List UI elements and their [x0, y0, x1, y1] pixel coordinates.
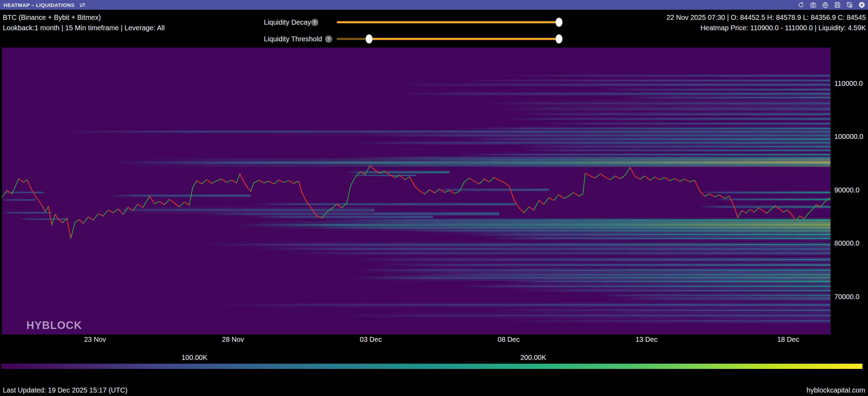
layers-icon[interactable]: [846, 1, 853, 8]
liquidity-threshold-handle-high[interactable]: [556, 34, 562, 43]
filter-sliders-icon[interactable]: [79, 1, 86, 8]
symbol-exchanges-label: BTC (Binance + Bybit + Bitmex): [3, 12, 165, 23]
date-axis-label: 23 Nov: [84, 336, 106, 344]
price-axis-label: 90000.0: [834, 186, 859, 194]
close-icon[interactable]: [858, 1, 865, 8]
threshold-track-dim-segment: [337, 38, 369, 40]
window-title: HEATMAP – LIQUIDATIONS: [3, 2, 75, 8]
colorbar-tick-label: 200.00K: [520, 354, 546, 362]
liquidity-threshold-label: Liquidity Threshold: [264, 35, 322, 43]
site-link[interactable]: hyblockcapital.com: [807, 386, 865, 394]
title-bar: HEATMAP – LIQUIDATIONS: [0, 0, 868, 10]
top-bar: BTC (Binance + Bybit + Bitmex) Lookback:…: [0, 10, 868, 42]
liquidity-colorbar: [1, 364, 862, 369]
symbol-info: BTC (Binance + Bybit + Bitmex) Lookback:…: [3, 12, 165, 33]
heatmap-canvas[interactable]: [2, 48, 831, 335]
camera-icon[interactable]: [810, 1, 817, 8]
price-axis-label: 100000.0: [834, 133, 863, 141]
date-axis-label: 13 Dec: [635, 336, 657, 344]
price-axis-label: 80000.0: [834, 239, 859, 247]
liquidity-decay-label: Liquidity Decay: [264, 18, 311, 26]
liquidity-threshold-handle-low[interactable]: [366, 34, 373, 43]
ohlc-readout: 22 Nov 2025 07:30 | O: 84452.5 H: 84578.…: [666, 12, 866, 33]
liquidity-decay-handle[interactable]: [556, 18, 562, 27]
hyblock-watermark: HYBLOCK: [26, 319, 82, 332]
ohlc-line: 22 Nov 2025 07:30 | O: 84452.5 H: 84578.…: [666, 12, 866, 23]
liquidity-decay-slider[interactable]: [337, 21, 559, 23]
refresh-icon[interactable]: [798, 1, 804, 8]
price-axis-label: 110000.0: [834, 80, 863, 88]
date-axis-label: 08 Dec: [498, 336, 519, 344]
price-axis-label: 70000.0: [834, 293, 859, 301]
window-actions: [798, 1, 868, 8]
liquidity-threshold-help-icon[interactable]: ?: [325, 35, 332, 43]
date-axis-label: 18 Dec: [777, 336, 799, 344]
settings-icon[interactable]: [822, 1, 829, 8]
heatmap-price-line: Heatmap Price: 110900.0 - 111000.0 | Liq…: [666, 23, 866, 33]
colorbar-tick-label: 100.00K: [182, 354, 208, 362]
title-left: HEATMAP – LIQUIDATIONS: [0, 1, 86, 8]
save-icon[interactable]: [834, 1, 841, 8]
lookback-settings-label: Lookback:1 month | 15 Min timeframe | Le…: [3, 23, 165, 33]
hyblock-heatmap-app: HEATMAP – LIQUIDATIONS: [0, 0, 868, 396]
date-axis-label: 03 Dec: [360, 336, 382, 344]
liquidity-threshold-slider[interactable]: [337, 38, 559, 40]
date-axis-label: 28 Nov: [222, 336, 244, 344]
liquidity-decay-help-icon[interactable]: ?: [311, 19, 318, 26]
heatmap-chart[interactable]: HYBLOCK: [2, 48, 831, 335]
last-updated-label: Last Updated: 19 Dec 2025 15:17 (UTC): [3, 386, 127, 394]
